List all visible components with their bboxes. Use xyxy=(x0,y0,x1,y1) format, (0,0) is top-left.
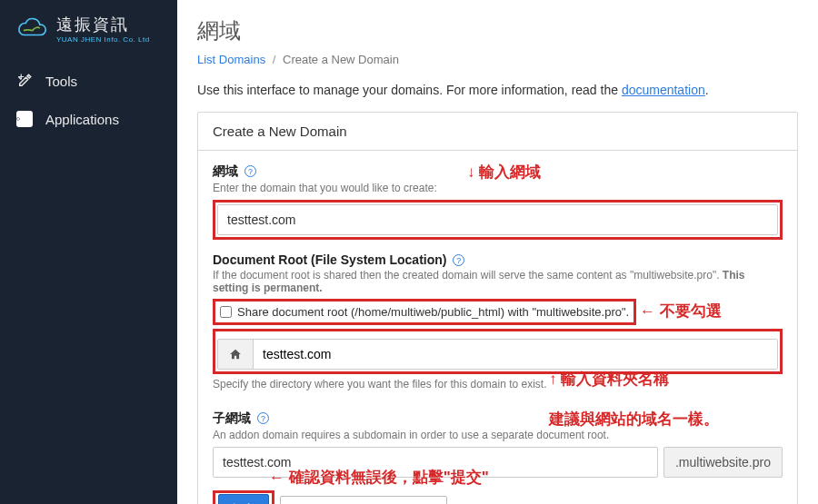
breadcrumb-root[interactable]: List Domains xyxy=(197,53,265,66)
help-icon[interactable]: ? xyxy=(453,254,464,266)
create-domain-panel: Create a New Domain 網域 ? ↓ 輸入網域 Enter th… xyxy=(197,112,798,504)
docroot-hint: If the document root is shared then the … xyxy=(213,269,783,294)
subdomain-label: 子網域 xyxy=(213,410,251,425)
domain-input[interactable] xyxy=(217,204,778,235)
panel-title: Create a New Domain xyxy=(198,113,797,151)
breadcrumb-current: Create a New Domain xyxy=(283,53,399,66)
submit-button[interactable]: 提交 xyxy=(218,494,269,504)
main-content: 網域 List Domains / Create a New Domain Us… xyxy=(177,0,818,504)
submit-another-button[interactable]: Submit And Create Another xyxy=(280,496,447,505)
help-icon[interactable]: ? xyxy=(257,412,269,424)
breadcrumb-sep: / xyxy=(273,53,276,66)
brand-name-en: YUAN JHEN Info. Co. Ltd xyxy=(56,35,150,44)
sidebar-item-applications[interactable]: Applications xyxy=(0,100,177,138)
docroot-label: Document Root (File System Location) xyxy=(213,252,446,267)
sidebar-item-label: Applications xyxy=(45,112,119,127)
sidebar-item-tools[interactable]: Tools xyxy=(0,62,177,100)
subdomain-suffix: .multiwebsite.pro xyxy=(663,447,783,478)
page-title: 網域 xyxy=(197,16,798,45)
folder-input[interactable] xyxy=(254,340,777,369)
intro-text: Use this interface to manage your domain… xyxy=(197,83,798,97)
brand-name-cn: 遠振資訊 xyxy=(56,14,150,35)
annotation-do-not-check: ← 不要勾選 xyxy=(640,301,722,321)
domain-label: 網域 xyxy=(213,163,238,178)
tools-icon xyxy=(16,73,33,89)
home-icon xyxy=(218,340,254,369)
highlight-submit-button: 提交 xyxy=(213,490,274,504)
folder-hint: Specify the directory where you want the… xyxy=(213,378,783,390)
sidebar-item-label: Tools xyxy=(45,74,77,89)
annotation-enter-domain: ↓ 輸入網域 xyxy=(467,162,541,183)
docroot-section: Document Root (File System Location) ? I… xyxy=(213,252,783,390)
documentation-link[interactable]: documentation xyxy=(622,83,705,97)
domain-section: 網域 ? ↓ 輸入網域 Enter the domain that you wo… xyxy=(213,163,783,240)
folder-input-group xyxy=(217,339,778,370)
highlight-folder-input xyxy=(213,329,783,374)
cloud-logo-icon xyxy=(13,17,49,41)
highlight-domain-input xyxy=(213,200,783,240)
share-docroot-row[interactable]: Share document root (/home/multiweb/publ… xyxy=(218,302,631,321)
actions-row: 提交 Submit And Create Another ← 確認資料無誤後，點… xyxy=(213,490,783,504)
domain-hint: Enter the domain that you would like to … xyxy=(213,182,783,194)
share-docroot-label: Share document root (/home/multiweb/publ… xyxy=(237,305,629,319)
subdomain-hint: An addon domain requires a subdomain in … xyxy=(213,429,783,441)
highlight-share-checkbox: Share document root (/home/multiweb/publ… xyxy=(213,299,636,325)
share-docroot-checkbox[interactable] xyxy=(220,306,232,318)
annotation-enter-folder: ↑ 輸入資料夾名稱 xyxy=(549,369,669,390)
breadcrumb: List Domains / Create a New Domain xyxy=(197,53,798,66)
annotation-confirm-submit: ← 確認資料無誤後，點擊"提交" xyxy=(269,467,489,488)
brand-logo: 遠振資訊 YUAN JHEN Info. Co. Ltd xyxy=(0,9,177,62)
annotation-suggest-same: 建議與網站的域名一樣。 xyxy=(549,409,719,430)
applications-icon xyxy=(16,111,33,127)
help-icon[interactable]: ? xyxy=(244,165,256,177)
sidebar: 遠振資訊 YUAN JHEN Info. Co. Ltd Tools Appli… xyxy=(0,0,177,504)
